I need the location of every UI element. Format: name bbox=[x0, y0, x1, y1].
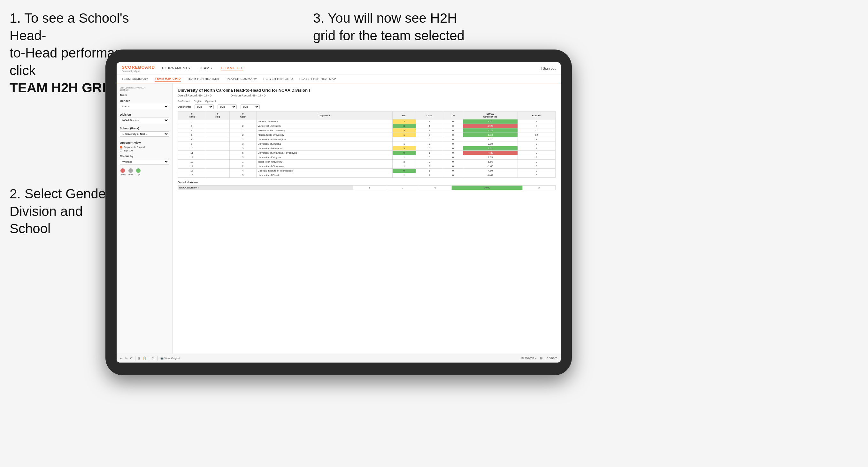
cell-tie: 0 bbox=[443, 133, 463, 137]
subnav-team-h2h-heatmap[interactable]: TEAM H2H HEATMAP bbox=[187, 76, 220, 82]
cell-loss: 0 bbox=[415, 155, 443, 160]
radio-dot-opponents bbox=[120, 146, 122, 149]
nav-committee[interactable]: COMMITTEE bbox=[221, 65, 244, 71]
subnav-player-summary[interactable]: PLAYER SUMMARY bbox=[227, 76, 257, 82]
out-div-rounds: 3 bbox=[523, 186, 556, 190]
colour-select[interactable]: Win/loss bbox=[120, 159, 169, 164]
sidebar-team-label: Team bbox=[120, 94, 169, 97]
nav-teams[interactable]: TEAMS bbox=[199, 65, 212, 71]
cell-diff: 2.33 bbox=[463, 155, 518, 160]
cell-reg bbox=[206, 124, 229, 128]
col-loss: Loss bbox=[415, 112, 443, 120]
cell-opponent: Vanderbilt University bbox=[256, 124, 393, 128]
back-btn[interactable]: ↺ bbox=[130, 356, 132, 360]
radio-label-top100: Top 100 bbox=[124, 149, 132, 152]
tablet-frame: SCOREBOARD Powered by clippd TOURNAMENTS… bbox=[105, 50, 572, 375]
watch-btn[interactable]: 👁 Watch ▾ bbox=[521, 356, 537, 360]
cell-win: 3 bbox=[393, 146, 416, 151]
cell-win: 3 bbox=[393, 160, 416, 164]
cell-rounds: 9 bbox=[518, 173, 555, 178]
sub-nav: TEAM SUMMARY TEAM H2H GRID TEAM H2H HEAT… bbox=[117, 74, 561, 83]
sidebar-gender-label: Gender bbox=[120, 99, 169, 102]
share-btn[interactable]: ↗ Share bbox=[546, 356, 557, 360]
legend-down: Down bbox=[120, 168, 126, 176]
gender-select[interactable]: Men's bbox=[120, 104, 169, 109]
legend-dot-down bbox=[120, 168, 125, 173]
sidebar-school-label: School (Rank) bbox=[120, 127, 169, 130]
school-select[interactable]: 1. University of Nort... bbox=[120, 131, 169, 137]
toolbar-right: 👁 Watch ▾ ⊞ ↗ Share bbox=[521, 356, 557, 360]
redo-btn[interactable]: ↪ bbox=[125, 356, 127, 360]
cell-loss: 1 bbox=[415, 128, 443, 133]
grid-content: University of North Carolina Head-to-Hea… bbox=[173, 83, 561, 353]
radio-opponents-played[interactable]: Opponents Played bbox=[120, 146, 169, 149]
radio-top100[interactable]: Top 100 bbox=[120, 149, 169, 152]
cell-tie: 0 bbox=[443, 160, 463, 164]
cell-conf: 4 bbox=[229, 169, 256, 173]
cell-loss: 1 bbox=[415, 120, 443, 124]
cell-loss: 1 bbox=[415, 151, 443, 155]
subnav-team-h2h-grid[interactable]: TEAM H2H GRID bbox=[155, 75, 181, 82]
cell-tie: 0 bbox=[443, 128, 463, 133]
subnav-player-h2h-grid[interactable]: PLAYER H2H GRID bbox=[264, 76, 293, 82]
time-btn[interactable]: ⏱ bbox=[152, 356, 155, 360]
layout-btn[interactable]: ⊞ bbox=[540, 356, 542, 360]
division-record: Division Record: 88 - 17 - 0 bbox=[231, 94, 266, 97]
filter-conference: Conference bbox=[178, 100, 190, 102]
legend-label-down: Down bbox=[120, 174, 126, 176]
copy-btn[interactable]: ⎘ bbox=[138, 356, 140, 360]
colour-legend: Down Level Up bbox=[120, 168, 169, 176]
cell-win: 1 bbox=[393, 155, 416, 160]
ann1-line3-bold: TEAM H2H GRID bbox=[9, 80, 115, 95]
cell-conf: 2 bbox=[229, 124, 256, 128]
filter-region: Region bbox=[194, 100, 202, 102]
cell-loss: 0 bbox=[415, 142, 443, 146]
nav-links: TOURNAMENTS TEAMS COMMITTEE bbox=[161, 65, 243, 71]
cell-reg bbox=[206, 160, 229, 164]
division-select[interactable]: NCAA Division I bbox=[120, 118, 169, 123]
cell-tie: 0 bbox=[443, 142, 463, 146]
subnav-team-summary[interactable]: TEAM SUMMARY bbox=[122, 76, 148, 82]
table-row: 13 1 Texas Tech University 3 0 0 5.56 9 bbox=[178, 160, 556, 164]
cell-opponent: Texas Tech University bbox=[256, 160, 393, 164]
out-of-division-label: Out of division bbox=[178, 181, 556, 184]
ann3-line1: 3. You will now see H2H bbox=[313, 10, 457, 26]
table-row: 9 3 University of Arizona 1 0 0 9.00 2 bbox=[178, 142, 556, 146]
sidebar-timestamp: Last Updated: 27/03/2024 16:55:38 bbox=[120, 87, 169, 91]
sidebar: Last Updated: 27/03/2024 16:55:38 Team G… bbox=[117, 83, 173, 353]
cell-rounds: 2 bbox=[518, 142, 555, 146]
cell-rank: 13 bbox=[178, 160, 206, 164]
cell-opponent: Arizona State University bbox=[256, 128, 393, 133]
undo-btn[interactable]: ↩ bbox=[120, 356, 122, 360]
subnav-player-h2h-heatmap[interactable]: PLAYER H2H HEATMAP bbox=[299, 76, 336, 82]
cell-rounds: 9 bbox=[518, 160, 555, 164]
cell-diff: -4.33 bbox=[463, 151, 518, 155]
legend-dot-up bbox=[136, 168, 141, 173]
cell-opponent: University of Arkansas, Fayetteville bbox=[256, 151, 393, 155]
opponents-select[interactable]: (All) bbox=[194, 104, 214, 109]
nav-tournaments[interactable]: TOURNAMENTS bbox=[161, 65, 190, 71]
cell-diff: 2.61 bbox=[463, 146, 518, 151]
toolbar-divider-3 bbox=[157, 356, 158, 361]
cell-win: 1 bbox=[393, 173, 416, 178]
region-select[interactable]: (All) bbox=[218, 104, 237, 109]
timestamp-time: 16:55:38 bbox=[120, 89, 169, 91]
sign-out[interactable]: | Sign out bbox=[541, 66, 556, 70]
cell-diff: 1.83 bbox=[463, 133, 518, 137]
cell-diff: 2.28 bbox=[463, 128, 518, 133]
table-row: 2 1 Auburn University 2 1 0 1.67 9 bbox=[178, 120, 556, 124]
legend-dot-level bbox=[128, 168, 133, 173]
paste-btn[interactable]: 📋 bbox=[143, 356, 146, 360]
cell-opponent: Georgia Institute of Technology bbox=[256, 169, 393, 173]
cell-loss: 2 bbox=[415, 133, 443, 137]
out-div-loss: 0 bbox=[386, 186, 419, 190]
radio-label-opponents: Opponents Played bbox=[124, 146, 145, 149]
col-win: Win bbox=[393, 112, 416, 120]
cell-rank: 4 bbox=[178, 128, 206, 133]
cell-rank: 6 bbox=[178, 133, 206, 137]
opponent-select[interactable]: (All) bbox=[241, 104, 260, 109]
cell-win: 5 bbox=[393, 128, 416, 133]
filter-selects-row: Opponents: (All) (All) (All) bbox=[178, 104, 556, 109]
sidebar-opponent-label: Opponent View bbox=[120, 141, 169, 145]
cell-opponent: University of Florida bbox=[256, 173, 393, 178]
